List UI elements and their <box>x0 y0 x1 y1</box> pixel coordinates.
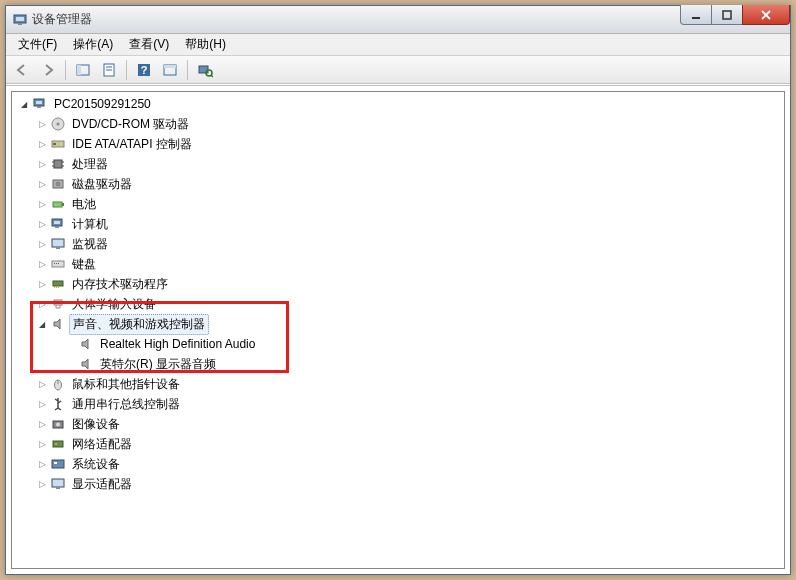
category-label: 系统设备 <box>69 455 123 474</box>
svg-rect-41 <box>58 263 59 264</box>
expander-icon[interactable] <box>36 158 48 170</box>
expander-icon[interactable] <box>36 178 48 190</box>
expander-icon[interactable] <box>36 378 48 390</box>
category-label: 网络适配器 <box>69 435 135 454</box>
tree-category[interactable]: 键盘 <box>12 254 784 274</box>
tree-category[interactable]: 处理器 <box>12 154 784 174</box>
expander-icon[interactable] <box>36 258 48 270</box>
titlebar[interactable]: 设备管理器 <box>6 6 790 34</box>
minimize-button[interactable] <box>680 5 712 25</box>
expander-icon[interactable] <box>36 398 48 410</box>
tree-category[interactable]: 监视器 <box>12 234 784 254</box>
back-button[interactable] <box>10 59 34 81</box>
category-icon <box>50 416 66 432</box>
tree-category[interactable]: 内存技术驱动程序 <box>12 274 784 294</box>
svg-rect-13 <box>164 65 176 68</box>
svg-rect-36 <box>52 239 64 247</box>
tree-root[interactable]: PC201509291250 <box>12 94 784 114</box>
tree-category[interactable]: 网络适配器 <box>12 434 784 454</box>
expander-icon[interactable] <box>36 138 48 150</box>
category-label: 声音、视频和游戏控制器 <box>69 314 209 335</box>
menu-view[interactable]: 查看(V) <box>121 34 177 55</box>
expander-icon[interactable] <box>36 198 48 210</box>
tree-category[interactable]: IDE ATA/ATAPI 控制器 <box>12 134 784 154</box>
category-label: 电池 <box>69 195 99 214</box>
window-title: 设备管理器 <box>32 11 92 28</box>
help-button[interactable]: ? <box>132 59 156 81</box>
svg-rect-54 <box>54 462 57 464</box>
view-button[interactable] <box>158 59 182 81</box>
category-label: DVD/CD-ROM 驱动器 <box>69 115 192 134</box>
tree-category[interactable]: 人体学输入设备 <box>12 294 784 314</box>
svg-rect-35 <box>55 226 59 228</box>
expander-icon[interactable] <box>18 98 30 110</box>
svg-rect-31 <box>53 202 62 207</box>
category-icon <box>50 296 66 312</box>
svg-rect-37 <box>56 247 60 249</box>
properties-button[interactable] <box>97 59 121 81</box>
expander-icon[interactable] <box>36 238 48 250</box>
device-label: 英特尔(R) 显示器音频 <box>97 355 219 374</box>
tree-device[interactable]: 英特尔(R) 显示器音频 <box>12 354 784 374</box>
tree-category[interactable]: 计算机 <box>12 214 784 234</box>
category-icon <box>50 176 66 192</box>
app-icon <box>12 12 28 28</box>
tree-category[interactable]: 系统设备 <box>12 454 784 474</box>
computer-icon <box>32 96 48 112</box>
show-hide-tree-button[interactable] <box>71 59 95 81</box>
tree-category[interactable]: 图像设备 <box>12 414 784 434</box>
category-icon <box>50 276 66 292</box>
device-manager-window: 设备管理器 文件(F) 操作(A) 查看(V) 帮助(H) <box>5 5 791 575</box>
speaker-icon <box>78 356 94 372</box>
category-icon <box>50 236 66 252</box>
tree-category[interactable]: DVD/CD-ROM 驱动器 <box>12 114 784 134</box>
tree-category[interactable]: 鼠标和其他指针设备 <box>12 374 784 394</box>
category-icon <box>50 376 66 392</box>
tree-root-label: PC201509291250 <box>51 96 154 112</box>
expander-icon[interactable] <box>36 318 48 330</box>
close-button[interactable] <box>742 5 790 25</box>
tree-category[interactable]: 磁盘驱动器 <box>12 174 784 194</box>
expander-icon[interactable] <box>36 478 48 490</box>
expander-icon[interactable] <box>36 278 48 290</box>
tree-category[interactable]: 显示适配器 <box>12 474 784 494</box>
svg-rect-43 <box>54 286 55 288</box>
category-label: 内存技术驱动程序 <box>69 275 171 294</box>
category-icon <box>50 116 66 132</box>
menu-action[interactable]: 操作(A) <box>65 34 121 55</box>
svg-rect-56 <box>56 487 60 489</box>
svg-rect-34 <box>54 221 60 224</box>
svg-rect-23 <box>53 143 56 145</box>
svg-rect-18 <box>36 101 42 104</box>
tree-device[interactable]: Realtek High Definition Audio <box>12 334 784 354</box>
tree-category[interactable]: 声音、视频和游戏控制器 <box>12 314 784 334</box>
svg-rect-2 <box>18 23 22 25</box>
scan-button[interactable] <box>193 59 217 81</box>
expander-icon[interactable] <box>36 418 48 430</box>
expander-icon[interactable] <box>36 218 48 230</box>
menu-file[interactable]: 文件(F) <box>10 34 65 55</box>
svg-rect-44 <box>56 286 57 288</box>
expander-icon <box>64 338 76 350</box>
svg-line-16 <box>211 75 213 77</box>
svg-rect-45 <box>58 286 59 288</box>
svg-rect-24 <box>54 160 62 168</box>
category-icon <box>50 396 66 412</box>
svg-rect-46 <box>54 300 62 305</box>
category-label: 处理器 <box>69 155 111 174</box>
category-label: 监视器 <box>69 235 111 254</box>
expander-icon[interactable] <box>36 298 48 310</box>
tree-category[interactable]: 电池 <box>12 194 784 214</box>
svg-rect-4 <box>723 11 731 19</box>
menu-help[interactable]: 帮助(H) <box>177 34 234 55</box>
category-icon <box>50 456 66 472</box>
tree-category[interactable]: 通用串行总线控制器 <box>12 394 784 414</box>
device-tree[interactable]: PC201509291250 DVD/CD-ROM 驱动器IDE ATA/ATA… <box>11 91 785 569</box>
expander-icon[interactable] <box>36 118 48 130</box>
toolbar: ? <box>6 56 790 84</box>
maximize-button[interactable] <box>711 5 743 25</box>
expander-icon[interactable] <box>36 458 48 470</box>
separator <box>187 60 188 80</box>
expander-icon[interactable] <box>36 438 48 450</box>
forward-button[interactable] <box>36 59 60 81</box>
